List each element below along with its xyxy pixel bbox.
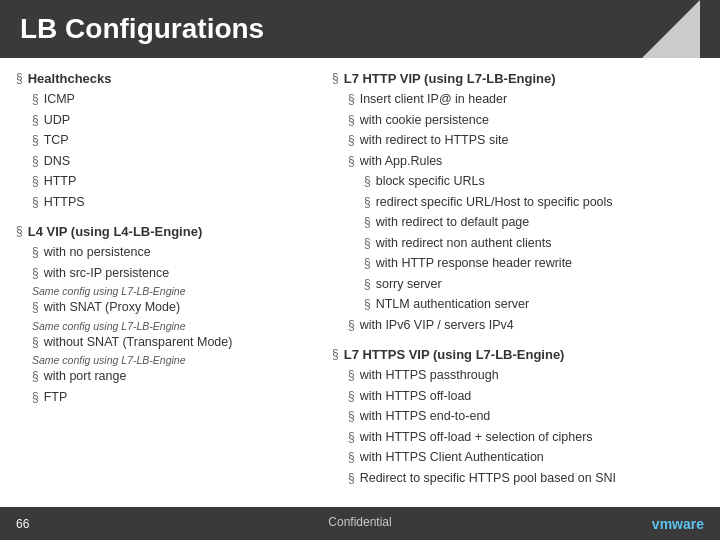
l7-https-items: § with HTTPS passthrough § with HTTPS of… xyxy=(332,367,704,487)
healthchecks-items: § ICMP § UDP § TCP § DNS xyxy=(16,91,316,211)
list-item: § without SNAT (Transparent Mode) xyxy=(32,334,316,352)
list-item: § DNS xyxy=(32,153,316,171)
confidential-label: Confidential xyxy=(328,504,391,540)
list-item: § with IPv6 VIP / servers IPv4 xyxy=(348,317,704,335)
list-item: § FTP xyxy=(32,389,316,407)
footer: 66 Confidential vmware xyxy=(0,507,720,540)
triangle-icon xyxy=(642,0,700,58)
l7-https-header: § L7 HTTPS VIP (using L7-LB-Engine) xyxy=(332,346,704,364)
bullet-icon: § xyxy=(32,244,39,261)
l7-http-sub-items: § block specific URLs § redirect specifi… xyxy=(332,173,704,314)
list-item: § with HTTPS off-load xyxy=(348,388,704,406)
list-item: § with HTTPS end-to-end xyxy=(348,408,704,426)
bullet-icon: § xyxy=(364,194,371,211)
bullet-icon: § xyxy=(32,194,39,211)
list-item: § with HTTPS Client Authentication xyxy=(348,449,704,467)
ipv6-item: § with IPv6 VIP / servers IPv4 xyxy=(332,317,704,335)
slide-title: LB Configurations xyxy=(20,13,264,45)
healthchecks-label: Healthchecks xyxy=(28,70,112,88)
list-item: § with redirect to default page xyxy=(364,214,704,232)
main-content: § Healthchecks § ICMP § UDP § TCP xyxy=(0,58,720,507)
same-config-note-3: Same config using L7-LB-Engine xyxy=(16,354,316,366)
list-item: § Redirect to specific HTTPS pool based … xyxy=(348,470,704,488)
vmware-logo: vmware xyxy=(652,516,704,532)
item-label: with port range xyxy=(44,368,127,386)
list-item: § UDP xyxy=(32,112,316,130)
bullet-icon: § xyxy=(32,368,39,385)
bullet-icon: § xyxy=(348,112,355,129)
l4-vip-label: L4 VIP (using L4-LB-Engine) xyxy=(28,223,203,241)
list-item: § with HTTP response header rewrite xyxy=(364,255,704,273)
list-item: § Insert client IP@ in header xyxy=(348,91,704,109)
l7-http-items: § Insert client IP@ in header § with coo… xyxy=(332,91,704,170)
header: LB Configurations xyxy=(0,0,720,58)
bullet-icon: § xyxy=(348,132,355,149)
list-item: § ICMP xyxy=(32,91,316,109)
slide: LB Configurations § Healthchecks § ICMP xyxy=(0,0,720,540)
l7-http-label: L7 HTTP VIP (using L7-LB-Engine) xyxy=(344,70,556,88)
item-label: block specific URLs xyxy=(376,173,485,191)
list-item: § with SNAT (Proxy Mode) xyxy=(32,299,316,317)
item-label: with App.Rules xyxy=(360,153,443,171)
bullet-icon: § xyxy=(348,388,355,405)
bullet-icon: § xyxy=(364,214,371,231)
item-label: Redirect to specific HTTPS pool based on… xyxy=(360,470,616,488)
item-label: NTLM authentication server xyxy=(376,296,530,314)
item-label: with SNAT (Proxy Mode) xyxy=(44,299,180,317)
bullet-icon: § xyxy=(16,70,23,87)
item-label: with HTTPS Client Authentication xyxy=(360,449,544,467)
list-item: § with port range xyxy=(32,368,316,386)
bullet-icon: § xyxy=(348,153,355,170)
item-label: with HTTPS passthrough xyxy=(360,367,499,385)
l4-vip-section: § L4 VIP (using L4-LB-Engine) § with no … xyxy=(16,223,316,406)
list-item: § with App.Rules xyxy=(348,153,704,171)
left-column: § Healthchecks § ICMP § UDP § TCP xyxy=(16,70,316,499)
bullet-icon: § xyxy=(332,70,339,87)
item-label: with cookie persistence xyxy=(360,112,489,130)
item-label: TCP xyxy=(44,132,69,150)
list-item: § NTLM authentication server xyxy=(364,296,704,314)
item-label: FTP xyxy=(44,389,68,407)
l4-vip-items: § with no persistence § with src-IP pers… xyxy=(16,244,316,282)
bullet-icon: § xyxy=(332,346,339,363)
item-label: with HTTPS off-load + selection of ciphe… xyxy=(360,429,593,447)
same-config-note-1: Same config using L7-LB-Engine xyxy=(16,285,316,297)
item-label: redirect specific URL/Host to specific p… xyxy=(376,194,613,212)
item-label: with src-IP persistence xyxy=(44,265,170,283)
list-item: § with cookie persistence xyxy=(348,112,704,130)
item-label: DNS xyxy=(44,153,70,171)
bullet-icon: § xyxy=(348,367,355,384)
item-label: with redirect to HTTPS site xyxy=(360,132,509,150)
l4-snat-item: § with SNAT (Proxy Mode) xyxy=(16,299,316,317)
bullet-icon: § xyxy=(32,91,39,108)
bullet-icon: § xyxy=(32,389,39,406)
bullet-icon: § xyxy=(348,408,355,425)
list-item: § with redirect non authent clients xyxy=(364,235,704,253)
item-label: with HTTPS end-to-end xyxy=(360,408,491,426)
list-item: § block specific URLs xyxy=(364,173,704,191)
l4-vip-header: § L4 VIP (using L4-LB-Engine) xyxy=(16,223,316,241)
bullet-icon: § xyxy=(364,255,371,272)
item-label: sorry server xyxy=(376,276,442,294)
item-label: HTTP xyxy=(44,173,77,191)
l7-https-label: L7 HTTPS VIP (using L7-LB-Engine) xyxy=(344,346,565,364)
item-label: with no persistence xyxy=(44,244,151,262)
page-number: 66 xyxy=(16,517,29,531)
bullet-icon: § xyxy=(32,112,39,129)
bullet-icon: § xyxy=(364,173,371,190)
list-item: § with src-IP persistence xyxy=(32,265,316,283)
l7-http-section: § L7 HTTP VIP (using L7-LB-Engine) § Ins… xyxy=(332,70,704,334)
item-label: with HTTPS off-load xyxy=(360,388,472,406)
item-label: Insert client IP@ in header xyxy=(360,91,508,109)
logo-vm: vm xyxy=(652,516,672,532)
bullet-icon: § xyxy=(32,173,39,190)
item-label: with HTTP response header rewrite xyxy=(376,255,572,273)
right-column: § L7 HTTP VIP (using L7-LB-Engine) § Ins… xyxy=(332,70,704,499)
item-label: with redirect to default page xyxy=(376,214,530,232)
bullet-icon: § xyxy=(16,223,23,240)
bullet-icon: § xyxy=(364,296,371,313)
bullet-icon: § xyxy=(348,470,355,487)
bullet-icon: § xyxy=(348,317,355,334)
same-config-note-2: Same config using L7-LB-Engine xyxy=(16,320,316,332)
bullet-icon: § xyxy=(32,334,39,351)
